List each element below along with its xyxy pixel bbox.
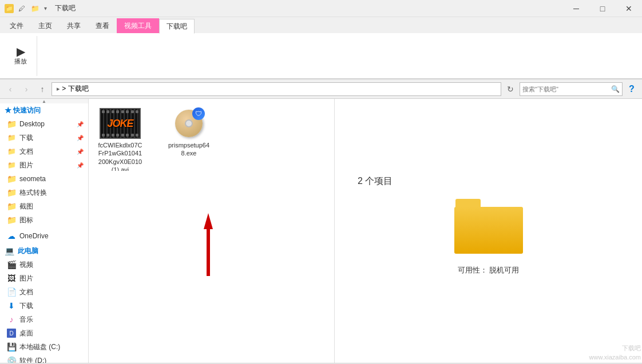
availability-value: 脱机可用	[489, 266, 519, 274]
refresh-button[interactable]: ↻	[504, 82, 517, 96]
sidebar-item-documents[interactable]: 📁 文档 📌	[0, 145, 88, 158]
sidebar-item-desktop[interactable]: 📁 Desktop 📌	[0, 117, 88, 131]
path-text: > 下载吧	[62, 84, 88, 94]
forward-button[interactable]: ›	[19, 82, 33, 96]
film-hole	[112, 110, 114, 113]
up-button[interactable]: ↑	[35, 82, 49, 96]
title-text: 下载吧	[55, 3, 76, 13]
film-hole	[116, 134, 119, 137]
qat-properties[interactable]: 🖊	[17, 3, 26, 14]
window-controls: ─ □ ✕	[563, 0, 642, 17]
folder-tab	[455, 199, 481, 207]
minimize-button[interactable]: ─	[563, 0, 589, 17]
pictures-pc-icon: 🖼	[7, 274, 16, 283]
sidebar-label-seometa: seometa	[19, 175, 46, 183]
film-hole	[121, 110, 124, 113]
sidebar-item-seometa[interactable]: 📁 seometa	[0, 172, 88, 186]
film-hole	[136, 110, 138, 113]
tab-download[interactable]: 下载吧	[159, 19, 195, 34]
maximize-button[interactable]: □	[589, 0, 616, 17]
arrow-container	[200, 213, 216, 278]
close-button[interactable]: ✕	[616, 0, 642, 17]
ribbon-play-buttons: ▶ 播放	[9, 45, 32, 67]
film-hole	[136, 134, 138, 137]
tab-view[interactable]: 查看	[88, 18, 117, 33]
file-item-video[interactable]: JOKE fcCWIEkdlx07CFrP1wGk01041200KgvX0E0…	[94, 105, 146, 174]
pin-icon4: 📌	[77, 162, 84, 169]
film-hole	[131, 110, 134, 113]
arrow-shaft	[207, 228, 210, 276]
arrowhead-poly	[204, 213, 213, 229]
ribbon-play-group: ▶ 播放	[5, 36, 37, 76]
screenshot-icon: 📁	[7, 202, 16, 211]
sidebar-item-pictures-pc[interactable]: 🖼 图片	[0, 271, 88, 285]
sidebar-onedrive[interactable]: ☁ OneDrive	[0, 229, 88, 243]
sidebar-item-documents-pc[interactable]: 📄 文档	[0, 285, 88, 299]
sidebar-label-desktop-pc: 桌面	[19, 329, 33, 338]
availability-label: 可用性：	[458, 266, 488, 274]
tab-video-tools[interactable]: 视频工具	[117, 18, 159, 33]
format-icon: 📁	[7, 188, 16, 197]
play-label: 播放	[14, 57, 27, 66]
icons-folder-icon: 📁	[7, 215, 16, 225]
app-icon: 📁	[5, 4, 14, 13]
main-layout: ▲ ★ 快速访问 📁 Desktop 📌 📁 下载 📌 📁 文档 📌	[0, 99, 642, 363]
pin-icon3: 📌	[77, 149, 84, 155]
disc-outer: 🛡	[175, 110, 203, 137]
sidebar-item-downloads-pc[interactable]: ⬇ 下载	[0, 299, 88, 313]
folder-icon: 📁	[7, 119, 16, 129]
tab-home[interactable]: 主页	[31, 18, 60, 33]
path-arrow: ▸	[57, 85, 60, 93]
ribbon-tabs: 文件 主页 共享 查看 视频工具 下载吧	[0, 17, 642, 33]
search-input[interactable]	[522, 86, 611, 93]
sidebar-label-pictures-pc: 图片	[19, 274, 33, 283]
film-hole	[121, 134, 124, 137]
sidebar-item-d-drive[interactable]: 💿 软件 (D:)	[0, 354, 88, 363]
sidebar-label-onedrive: OneDrive	[19, 232, 49, 240]
video-thumbnail: JOKE	[100, 108, 141, 139]
pictures-folder-icon: 📁	[7, 161, 16, 170]
file-item-exe[interactable]: 🛡 prismpsetup648.exe	[163, 105, 215, 174]
sidebar-label-videos: 视频	[19, 260, 33, 270]
sidebar-label-pictures: 图片	[19, 161, 33, 170]
sidebar-label-icons: 图标	[19, 215, 33, 225]
d-drive-icon: 💿	[7, 356, 16, 363]
sidebar-item-music[interactable]: ♪ 音乐	[0, 313, 88, 326]
pin-icon2: 📌	[77, 135, 84, 141]
sidebar-item-icons[interactable]: 📁 图标	[0, 213, 88, 227]
film-hole	[112, 134, 114, 137]
qat-dropdown[interactable]: ▾	[44, 5, 47, 11]
sidebar-item-screenshot[interactable]: 📁 截图	[0, 199, 88, 213]
sidebar-label-c-drive: 本地磁盘 (C:)	[19, 342, 60, 352]
sidebar-quick-access[interactable]: ★ 快速访问	[0, 103, 88, 117]
onedrive-icon: ☁	[7, 231, 16, 241]
sidebar-item-download[interactable]: 📁 下载 📌	[0, 131, 88, 145]
folder-body	[454, 207, 523, 254]
sidebar-item-videos[interactable]: 🎬 视频	[0, 258, 88, 271]
sidebar-label-format: 格式转换	[19, 188, 47, 198]
search-icon[interactable]: 🔍	[611, 85, 620, 93]
address-path[interactable]: ▸ > 下载吧	[51, 82, 501, 96]
sidebar-label-screenshot: 截图	[19, 202, 33, 211]
film-hole	[106, 134, 109, 137]
tab-file[interactable]: 文件	[2, 18, 31, 33]
sidebar-item-c-drive[interactable]: 💾 本地磁盘 (C:)	[0, 340, 88, 354]
ribbon-play-btn[interactable]: ▶ 播放	[9, 45, 32, 67]
back-button[interactable]: ‹	[3, 82, 17, 96]
sidebar-item-format-convert[interactable]: 📁 格式转换	[0, 186, 88, 199]
pin-icon: 📌	[77, 121, 84, 127]
sidebar-this-pc[interactable]: 💻 此电脑	[0, 244, 88, 258]
disc-inner	[185, 119, 193, 127]
film-hole	[126, 110, 129, 113]
tab-share[interactable]: 共享	[60, 18, 88, 33]
film-holes-top	[101, 110, 140, 113]
quick-access-label: ★ 快速访问	[5, 106, 41, 115]
video-text-overlay: JOKE	[107, 118, 133, 130]
sidebar-item-desktop-pc[interactable]: D 桌面	[0, 326, 88, 340]
sidebar-item-pictures[interactable]: 📁 图片 📌	[0, 158, 88, 172]
preview-folder	[454, 199, 523, 254]
qat-new-folder[interactable]: 📁	[30, 3, 41, 14]
help-button[interactable]: ?	[625, 82, 639, 96]
sidebar-scroll-up[interactable]: ▲	[0, 99, 88, 103]
exe-icon: 🛡	[173, 108, 204, 139]
